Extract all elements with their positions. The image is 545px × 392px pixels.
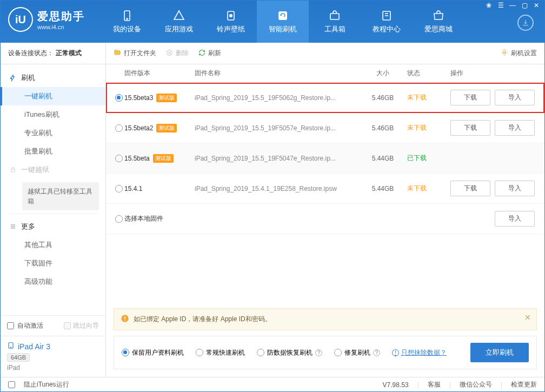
flash-now-button[interactable]: 立即刷机 [470, 343, 529, 362]
tab-ring[interactable]: 铃声壁纸 [205, 1, 257, 43]
firmware-version: 15.4.1 [124, 185, 195, 192]
connection-status: 设备连接状态：正常模式 [1, 43, 105, 64]
firmware-status: 未下载 [402, 123, 445, 132]
firmware-version: 15.5beta3测试版 [124, 94, 195, 102]
local-firmware-row[interactable]: 选择本地固件导入 [106, 204, 544, 234]
firmware-row[interactable]: 15.4.1iPad_Spring_2019_15.4.1_19E258_Res… [106, 174, 544, 204]
app-title: 爱思助手 [37, 9, 85, 24]
refresh-icon [198, 49, 205, 58]
firmware-version: 15.5beta测试版 [124, 154, 195, 163]
row-radio[interactable] [114, 124, 124, 132]
svg-point-11 [503, 51, 506, 54]
sidebar-item[interactable]: 专业刷机 [1, 124, 105, 142]
tab-tools[interactable]: 工具箱 [309, 1, 361, 43]
logo-icon: iU [8, 7, 33, 32]
flash-settings-button[interactable]: 刷机设置 [501, 49, 537, 58]
svg-point-9 [10, 347, 11, 348]
device-icon [7, 342, 15, 351]
sidebar-group-jailbreak: 一键越狱 [1, 161, 105, 179]
flash-option[interactable]: 保留用户资料刷机 [122, 348, 184, 357]
col-size: 大小 [364, 69, 402, 78]
block-itunes-checkbox[interactable] [8, 381, 15, 388]
erase-data-link[interactable]: !只想抹除数据？ [392, 348, 447, 357]
svg-rect-4 [278, 11, 287, 20]
device-type: iPad [7, 364, 99, 371]
import-button[interactable]: 导入 [495, 211, 535, 227]
row-radio[interactable] [114, 185, 124, 192]
row-radio[interactable] [114, 94, 124, 102]
firmware-row[interactable]: 15.5beta2测试版iPad_Spring_2019_15.5_19F505… [106, 113, 544, 143]
titlebar: ❀ ☰ — ▢ ✕ iU 爱思助手 www.i4.cn 我的设备应用游戏铃声壁纸… [1, 1, 544, 43]
import-button[interactable]: 导入 [495, 120, 535, 136]
flash-option[interactable]: 防数据恢复刷机? [257, 348, 322, 357]
import-button[interactable]: 导入 [495, 181, 535, 196]
wechat-link[interactable]: 微信公众号 [460, 380, 492, 389]
firmware-size: 5.44GB [364, 155, 402, 162]
customer-service-link[interactable]: 客服 [428, 380, 441, 389]
win-menu-icon[interactable]: ☰ [496, 2, 506, 9]
sidebar-group-flash[interactable]: 刷机 [1, 69, 105, 87]
sidebar-item[interactable]: 高级功能 [1, 273, 105, 291]
tab-store[interactable]: 爱思商城 [413, 1, 464, 43]
close-warning-icon[interactable]: ✕ [524, 313, 531, 322]
flash-options-bar: 保留用户资料刷机常规快速刷机防数据恢复刷机?修复刷机?!只想抹除数据？立即刷机 [114, 336, 537, 369]
flash-option[interactable]: 修复刷机? [334, 348, 380, 357]
open-folder-button[interactable]: 打开文件夹 [114, 49, 156, 58]
svg-rect-5 [330, 14, 339, 19]
tab-flash[interactable]: 智能刷机 [257, 1, 309, 43]
sidebar-item[interactable]: 一键刷机 [1, 87, 105, 105]
beta-badge: 测试版 [153, 154, 174, 163]
jailbreak-notice: 越狱工具已转移至工具箱 [22, 182, 99, 210]
lock-icon [9, 166, 17, 174]
tab-apps[interactable]: 应用游戏 [153, 1, 205, 43]
firmware-status: 未下载 [402, 93, 445, 102]
firmware-name: iPad_Spring_2019_15.5_19F5062g_Restore.i… [195, 94, 364, 102]
auto-activate-checkbox[interactable] [7, 322, 14, 329]
tutorial-icon [380, 9, 393, 22]
flash-option[interactable]: 常规快速刷机 [196, 348, 245, 357]
tab-tutorial[interactable]: 教程中心 [361, 1, 413, 43]
svg-rect-14 [124, 320, 125, 321]
win-close-icon[interactable]: ✕ [531, 2, 541, 9]
import-button[interactable]: 导入 [495, 90, 535, 105]
download-button[interactable]: 下载 [450, 181, 490, 196]
firmware-name: iPad_Spring_2019_15.5_19F5057e_Restore.i… [195, 124, 364, 132]
row-radio[interactable] [114, 155, 124, 162]
statusbar: 阻止iTunes运行 V7.98.53 | 客服 | 微信公众号 | 检查更新 [1, 377, 544, 392]
svg-rect-7 [11, 169, 15, 172]
beta-badge: 测试版 [156, 94, 177, 102]
firmware-status: 未下载 [402, 184, 445, 193]
toolbar: 打开文件夹 删除 刷新 刷机设置 [106, 43, 544, 64]
sidebar-item[interactable]: 其他工具 [1, 236, 105, 254]
ring-icon [224, 9, 237, 22]
download-button[interactable]: 下载 [450, 90, 490, 105]
table-header: 固件版本 固件名称 大小 状态 操作 [106, 64, 544, 83]
beta-badge: 测试版 [156, 124, 177, 132]
help-icon[interactable]: ? [373, 349, 380, 356]
download-manager-icon[interactable] [517, 15, 534, 31]
row-radio[interactable] [114, 215, 124, 223]
firmware-version: 15.5beta2测试版 [124, 124, 195, 132]
sidebar-item[interactable]: iTunes刷机 [1, 105, 105, 124]
win-maximize-icon[interactable]: ▢ [520, 2, 529, 9]
check-update-link[interactable]: 检查更新 [511, 380, 537, 389]
firmware-size: 5.46GB [364, 124, 402, 132]
download-button[interactable]: 下载 [450, 120, 490, 136]
tab-device[interactable]: 我的设备 [101, 1, 153, 43]
sidebar-item[interactable]: 下载固件 [1, 254, 105, 273]
sidebar-item[interactable]: 批量刷机 [1, 142, 105, 161]
win-gift-icon[interactable]: ❀ [484, 2, 494, 9]
gear-icon [501, 49, 508, 58]
warning-bar: 如已绑定 Apple ID，请准备好 Apple ID和密码。 ✕ [114, 308, 537, 330]
firmware-row[interactable]: 15.5beta测试版iPad_Spring_2019_15.5_19F5047… [106, 143, 544, 174]
firmware-size: 5.46GB [364, 94, 402, 102]
help-icon[interactable]: ? [315, 349, 322, 356]
delete-button: 删除 [166, 49, 189, 58]
device-panel[interactable]: iPad Air 3 64GB iPad [1, 336, 105, 377]
refresh-button[interactable]: 刷新 [198, 49, 221, 58]
store-icon [432, 9, 445, 22]
warning-icon [121, 314, 129, 324]
firmware-row[interactable]: 15.5beta3测试版iPad_Spring_2019_15.5_19F506… [106, 83, 544, 113]
win-minimize-icon[interactable]: — [508, 2, 517, 9]
sidebar-group-more[interactable]: 更多 [1, 217, 105, 236]
